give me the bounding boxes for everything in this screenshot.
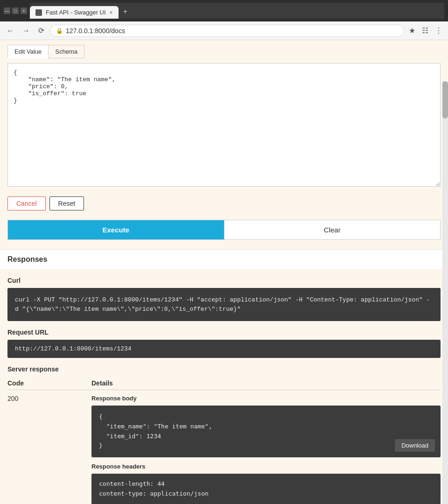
maximize-button[interactable]: □ — [12, 7, 19, 14]
forward-button[interactable]: → — [20, 25, 33, 37]
close-button[interactable]: × — [21, 7, 27, 14]
curl-label: Curl — [7, 277, 441, 284]
tab-edit-value[interactable]: Edit Value — [7, 45, 48, 58]
address-bar[interactable]: 🔒 127.0.0.1:8000/docs — [50, 25, 404, 37]
tab-title: Fast API - Swagger UI — [46, 9, 106, 16]
headers-value: content-length: 44 content-type: applica… — [91, 474, 441, 504]
json-body-textarea[interactable]: { "name": "The item name", "price": 0, "… — [7, 63, 441, 187]
response-body-label: Response body — [91, 395, 441, 402]
status-code: 200 — [7, 390, 91, 504]
response-details: Response body { "item_name": "The item n… — [91, 390, 441, 504]
response-body-value: { "item_name": "The item name", "item_id… — [91, 406, 441, 457]
responses-title: Responses — [7, 255, 441, 264]
request-url-value: http://127.0.0.1:8000/items/1234 — [7, 340, 441, 358]
address-text: 127.0.0.1:8000/docs — [66, 27, 398, 35]
code-header: Code — [7, 377, 91, 390]
tab-favicon — [35, 9, 42, 16]
lock-icon: 🔒 — [56, 28, 63, 34]
execute-button[interactable]: Execute — [8, 220, 224, 239]
response-table: Code Details 200 Response body { "item_n… — [7, 377, 441, 504]
back-button[interactable]: ← — [4, 25, 17, 37]
menu-button[interactable]: ⋮ — [433, 24, 444, 37]
reset-button[interactable]: Reset — [49, 196, 84, 210]
minimize-button[interactable]: — — [4, 7, 10, 14]
request-url-label: Request URL — [7, 329, 441, 336]
details-header: Details — [91, 377, 441, 390]
download-button[interactable]: Download — [395, 439, 435, 452]
bookmark-button[interactable]: ★ — [407, 24, 417, 37]
clear-button[interactable]: Clear — [224, 220, 441, 239]
tab-schema[interactable]: Schema — [48, 45, 84, 58]
scrollbar[interactable] — [442, 81, 448, 504]
table-row: 200 Response body { "item_name": "The it… — [7, 390, 441, 504]
response-headers-label: Response headers — [91, 463, 441, 470]
server-response-title: Server response — [7, 365, 441, 373]
new-tab-button[interactable]: + — [119, 5, 132, 19]
curl-value: curl -X PUT "http://127.0.0.1:8000/items… — [7, 288, 441, 321]
extensions-button[interactable]: ☷ — [420, 24, 430, 37]
cancel-button[interactable]: Cancel — [7, 196, 46, 210]
scrollbar-thumb[interactable] — [442, 81, 448, 119]
browser-tab[interactable]: Fast API - Swagger UI × — [30, 6, 119, 19]
tab-close-button[interactable]: × — [110, 9, 113, 16]
reload-button[interactable]: ⟳ — [35, 24, 47, 37]
